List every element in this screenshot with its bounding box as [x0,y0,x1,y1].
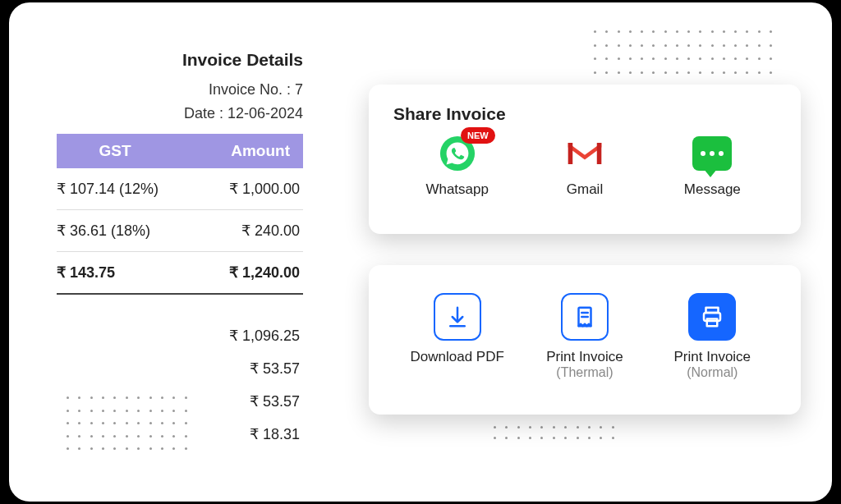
table-row: ₹ 107.14 (12%) ₹ 1,000.00 [57,168,303,210]
invoice-number: Invoice No. : 7 [57,81,303,99]
header-gst: GST [57,134,173,168]
share-invoice-card: Share Invoice NEW Whatsapp [369,85,801,234]
invoice-details-panel: Invoice Details Invoice No. : 7 Date : 1… [57,50,303,451]
share-message-button[interactable]: Message [650,134,774,198]
total-amount: ₹ 1,240.00 [178,252,303,293]
share-card-title: Share Invoice [393,104,776,124]
cell-amount: ₹ 240.00 [178,210,303,251]
printer-icon [688,293,736,341]
cell-gst: ₹ 36.61 (18%) [57,210,178,251]
invoice-table: GST Amount ₹ 107.14 (12%) ₹ 1,000.00 ₹ 3… [57,134,303,295]
invoice-title: Invoice Details [57,50,303,70]
table-header: GST Amount [57,134,303,168]
header-amount: Amount [173,134,303,168]
share-whatsapp-label: Whatsapp [425,181,489,198]
download-pdf-button[interactable]: Download PDF [396,293,519,365]
extra-amounts-list: ₹ 1,096.25 ₹ 53.57 ₹ 53.57 ₹ 18.31 [57,319,303,451]
print-thermal-sub: (Thermal) [556,365,613,380]
cell-gst: ₹ 107.14 (12%) [57,168,178,209]
share-whatsapp-button[interactable]: NEW Whatsapp [396,134,519,198]
invoice-date: Date : 12-06-2024 [57,105,303,122]
extra-amount: ₹ 53.57 [57,352,303,385]
print-normal-button[interactable]: Print Invoice (Normal) [650,293,774,380]
whatsapp-icon: NEW [438,134,477,173]
extra-amount: ₹ 18.31 [57,418,303,451]
download-icon [434,293,481,341]
extra-amount: ₹ 53.57 [57,385,303,418]
invoice-actions-card: Download PDF Print Invoice (Thermal) [369,265,801,415]
message-icon [692,134,732,173]
receipt-icon [561,293,609,341]
download-pdf-label: Download PDF [410,349,503,365]
decorative-dots-bottom-right [494,426,617,441]
print-thermal-label: Print Invoice [546,349,623,365]
cell-amount: ₹ 1,000.00 [178,168,303,209]
extra-amount: ₹ 1,096.25 [57,319,303,352]
table-row: ₹ 36.61 (18%) ₹ 240.00 [57,210,303,252]
decorative-dots-top [594,30,774,78]
print-normal-sub: (Normal) [687,365,738,380]
table-row-total: ₹ 143.75 ₹ 1,240.00 [57,252,303,295]
share-gmail-label: Gmail [567,181,603,198]
print-thermal-button[interactable]: Print Invoice (Thermal) [523,293,646,380]
share-message-label: Message [684,181,741,198]
gmail-icon [565,134,604,173]
print-normal-label: Print Invoice [674,349,751,365]
new-badge: NEW [461,127,495,144]
total-gst: ₹ 143.75 [57,252,178,293]
app-frame: Invoice Details Invoice No. : 7 Date : 1… [7,0,834,504]
share-gmail-button[interactable]: Gmail [523,134,646,198]
